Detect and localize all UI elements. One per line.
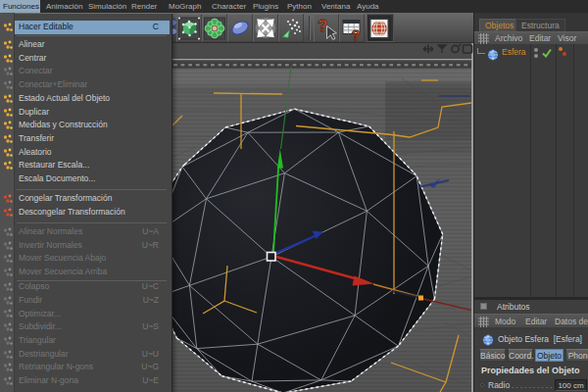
svg-text:?: ? [318, 17, 327, 35]
svg-text:?: ? [352, 26, 361, 41]
